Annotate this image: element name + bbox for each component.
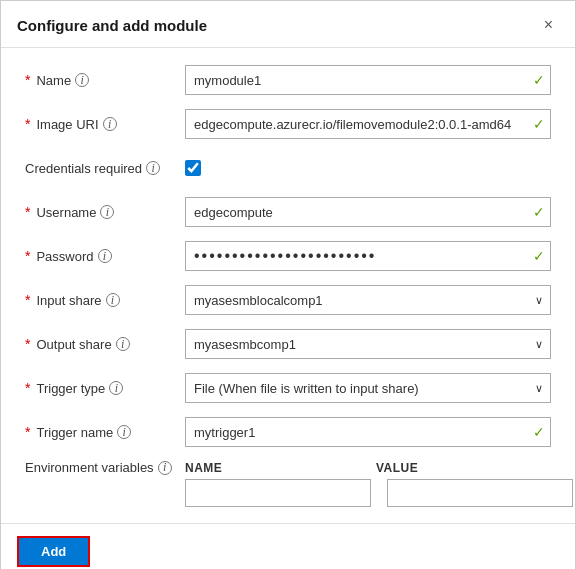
username-check-icon: ✓ xyxy=(533,204,545,220)
image-uri-row: * Image URI i ✓ xyxy=(25,108,551,140)
dialog-header: Configure and add module × xyxy=(1,1,575,48)
name-input-wrap: ✓ xyxy=(185,65,551,95)
trigger-name-info-icon: i xyxy=(117,425,131,439)
username-info-icon: i xyxy=(100,205,114,219)
credentials-label: Credentials required i xyxy=(25,161,185,176)
password-label: * Password i xyxy=(25,248,185,264)
output-share-row: * Output share i myasesmbcomp1 ∨ xyxy=(25,328,551,360)
dialog-body: * Name i ✓ * Image URI i ✓ Cre xyxy=(1,48,575,523)
credentials-info-icon: i xyxy=(146,161,160,175)
env-value-input[interactable] xyxy=(387,479,573,507)
image-uri-check-icon: ✓ xyxy=(533,116,545,132)
password-input[interactable] xyxy=(185,241,551,271)
trigger-type-row: * Trigger type i File (When file is writ… xyxy=(25,372,551,404)
credentials-checkbox[interactable] xyxy=(185,160,201,176)
required-star: * xyxy=(25,248,30,264)
image-uri-info-icon: i xyxy=(103,117,117,131)
trigger-type-select-container: File (When file is written to input shar… xyxy=(185,373,551,403)
required-star: * xyxy=(25,424,30,440)
trigger-name-check-icon: ✓ xyxy=(533,424,545,440)
image-uri-label: * Image URI i xyxy=(25,116,185,132)
env-variables-label: Environment variables i xyxy=(25,460,185,475)
username-input-wrap: ✓ xyxy=(185,197,551,227)
name-label: * Name i xyxy=(25,72,185,88)
env-name-col-header: NAME xyxy=(185,461,360,475)
username-label: * Username i xyxy=(25,204,185,220)
trigger-type-select[interactable]: File (When file is written to input shar… xyxy=(185,373,551,403)
env-column-headers: NAME VALUE xyxy=(185,461,551,475)
dialog-footer: Add xyxy=(1,523,575,569)
username-input[interactable] xyxy=(185,197,551,227)
image-uri-input-wrap: ✓ xyxy=(185,109,551,139)
trigger-type-select-wrap: File (When file is written to input shar… xyxy=(185,373,551,403)
input-share-row: * Input share i myasesmblocalcomp1 ∨ xyxy=(25,284,551,316)
input-share-select-wrap: myasesmblocalcomp1 ∨ xyxy=(185,285,551,315)
password-input-wrap: ✓ xyxy=(185,241,551,271)
env-name-input[interactable] xyxy=(185,479,371,507)
env-info-icon: i xyxy=(158,461,172,475)
required-star: * xyxy=(25,292,30,308)
add-button[interactable]: Add xyxy=(17,536,90,567)
output-share-select-container: myasesmbcomp1 ∨ xyxy=(185,329,551,359)
name-info-icon: i xyxy=(75,73,89,87)
input-share-label: * Input share i xyxy=(25,292,185,308)
trigger-name-label: * Trigger name i xyxy=(25,424,185,440)
image-uri-input[interactable] xyxy=(185,109,551,139)
required-star: * xyxy=(25,336,30,352)
required-star: * xyxy=(25,72,30,88)
input-share-select[interactable]: myasesmblocalcomp1 xyxy=(185,285,551,315)
trigger-name-input[interactable] xyxy=(185,417,551,447)
password-check-icon: ✓ xyxy=(533,248,545,264)
configure-module-dialog: Configure and add module × * Name i ✓ * … xyxy=(0,0,576,569)
name-check-icon: ✓ xyxy=(533,72,545,88)
output-share-info-icon: i xyxy=(116,337,130,351)
trigger-name-input-wrap: ✓ xyxy=(185,417,551,447)
env-variables-section: Environment variables i NAME VALUE xyxy=(25,460,551,507)
input-share-select-container: myasesmblocalcomp1 ∨ xyxy=(185,285,551,315)
trigger-name-row: * Trigger name i ✓ xyxy=(25,416,551,448)
password-row: * Password i ✓ xyxy=(25,240,551,272)
required-star: * xyxy=(25,204,30,220)
required-star: * xyxy=(25,116,30,132)
env-value-col-header: VALUE xyxy=(376,461,551,475)
credentials-row: Credentials required i xyxy=(25,152,551,184)
env-inputs-wrap xyxy=(185,479,573,507)
password-info-icon: i xyxy=(98,249,112,263)
trigger-type-info-icon: i xyxy=(109,381,123,395)
name-input[interactable] xyxy=(185,65,551,95)
trigger-type-label: * Trigger type i xyxy=(25,380,185,396)
output-share-select[interactable]: myasesmbcomp1 xyxy=(185,329,551,359)
dialog-title: Configure and add module xyxy=(17,17,207,34)
env-input-row xyxy=(25,479,551,507)
required-star: * xyxy=(25,380,30,396)
name-row: * Name i ✓ xyxy=(25,64,551,96)
credentials-checkbox-wrap xyxy=(185,160,551,176)
output-share-select-wrap: myasesmbcomp1 ∨ xyxy=(185,329,551,359)
env-header-row: Environment variables i NAME VALUE xyxy=(25,460,551,475)
username-row: * Username i ✓ xyxy=(25,196,551,228)
input-share-info-icon: i xyxy=(106,293,120,307)
output-share-label: * Output share i xyxy=(25,336,185,352)
close-button[interactable]: × xyxy=(538,15,559,35)
